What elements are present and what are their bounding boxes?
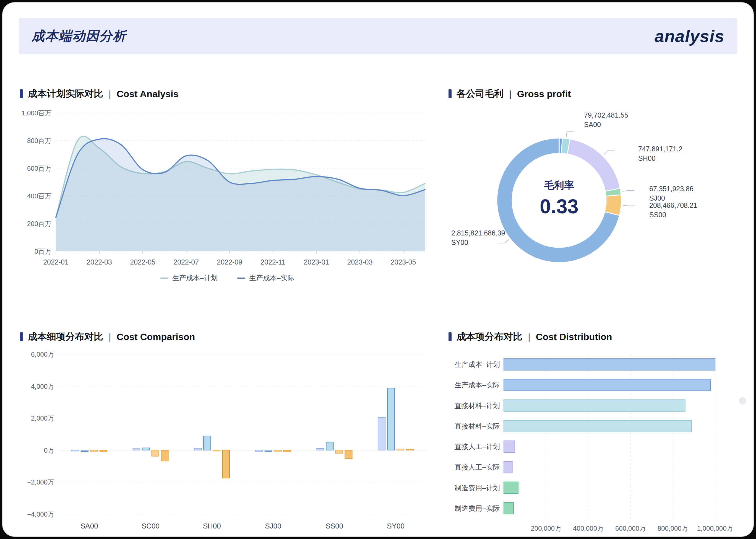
svg-text:2022-03: 2022-03 [87, 258, 112, 266]
svg-text:制造费用–计划: 制造费用–计划 [454, 484, 500, 492]
svg-text:1,000百万: 1,000百万 [22, 109, 51, 117]
panel-title-cost-analysis: 成本计划实际对比 | Cost Analysis [20, 87, 435, 100]
svg-text:生产成本–实际: 生产成本–实际 [454, 381, 500, 389]
svg-text:4,000万: 4,000万 [31, 383, 54, 390]
line-chart-area: 0百万200百万400百万600百万800百万1,000百万2022-01202… [20, 105, 435, 282]
svg-text:生产成本–计划: 生产成本–计划 [454, 360, 500, 368]
panel-title-cost-comparison: 成本细项分布对比 | Cost Comparison [20, 330, 435, 343]
donut-label-sj00: 67,351,923.86 SJ00 [649, 184, 694, 203]
grouped-bar-chart-area: −4,000万−2,000万0万2,000万4,000万6,000万SA00SC… [20, 348, 435, 536]
donut-center-title: 毛利率 [512, 179, 606, 192]
page-title: 成本端动因分析 [32, 28, 126, 45]
panel-title-en: Cost Comparison [117, 332, 195, 342]
panel-title-separator: | [109, 89, 111, 99]
svg-text:2022-07: 2022-07 [173, 258, 199, 266]
hbar-chart-area: 200,000万400,000万600,000万800,000万1,000,00… [448, 348, 736, 536]
line-chart-legend: 生产成本–计划 生产成本–实际 [20, 273, 435, 282]
panel-title-zh: 成本项分布对比 [456, 330, 522, 343]
donut-chart-area: 毛利率 0.33 79,702,481.55 SA00 747,891,171.… [448, 104, 736, 297]
svg-text:2022-09: 2022-09 [217, 258, 242, 266]
donut-label-sa00: 79,702,481.55 SA00 [584, 111, 628, 129]
panel-title-zh: 各公司毛利 [456, 87, 504, 100]
svg-text:SY00: SY00 [387, 522, 405, 530]
svg-text:800百万: 800百万 [27, 137, 51, 144]
svg-text:SA00: SA00 [81, 522, 98, 530]
svg-text:直接人工–实际: 直接人工–实际 [454, 463, 500, 471]
dashboard-card: 成本端动因分析 analysis 成本计划实际对比 | Cost Analysi… [2, 2, 754, 537]
dashboard-content: 成本计划实际对比 | Cost Analysis 0百万200百万400百万60… [3, 87, 753, 536]
panel-title-marker-icon [448, 89, 451, 98]
legend-item-actual[interactable]: 生产成本–实际 [237, 273, 295, 282]
brand-logo: analysis [654, 26, 724, 46]
panel-title-marker-icon [20, 332, 23, 341]
legend-item-plan[interactable]: 生产成本–计划 [160, 273, 218, 282]
svg-text:6,000万: 6,000万 [31, 350, 54, 358]
panel-cost-distribution: 成本项分布对比 | Cost Distribution 200,000万400,… [448, 330, 736, 536]
svg-text:2022-11: 2022-11 [260, 258, 285, 266]
svg-text:−2,000万: −2,000万 [27, 478, 54, 486]
legend-label-plan: 生产成本–计划 [172, 273, 218, 282]
svg-text:−4,000万: −4,000万 [27, 510, 54, 518]
cost-comparison-bar-svg: −4,000万−2,000万0万2,000万4,000万6,000万SA00SC… [20, 348, 435, 536]
donut-label-sy00: 2,815,821,686.39 SY00 [451, 229, 505, 247]
panel-title-separator: | [509, 89, 512, 99]
panel-title-marker-icon [20, 89, 23, 98]
donut-center-value: 0.33 [512, 195, 606, 218]
panel-title-cost-distribution: 成本项分布对比 | Cost Distribution [448, 330, 736, 343]
svg-text:600百万: 600百万 [27, 165, 51, 172]
donut-label-sh00: 747,891,171.2 SH00 [638, 144, 682, 163]
svg-text:0万: 0万 [44, 447, 54, 454]
svg-text:200,000万: 200,000万 [531, 525, 561, 532]
svg-text:200百万: 200百万 [27, 220, 51, 227]
panel-cost-comparison: 成本细项分布对比 | Cost Comparison −4,000万−2,000… [20, 330, 435, 536]
svg-text:600,000万: 600,000万 [615, 525, 646, 532]
svg-text:2,000万: 2,000万 [31, 415, 54, 422]
svg-text:制造费用–实际: 制造费用–实际 [454, 504, 500, 512]
svg-text:400百万: 400百万 [27, 192, 51, 200]
panel-title-marker-icon [448, 332, 451, 341]
panel-title-separator: | [109, 332, 111, 342]
svg-text:2022-05: 2022-05 [130, 258, 155, 266]
svg-text:2023-01: 2023-01 [304, 258, 329, 266]
svg-text:直接材料–实际: 直接材料–实际 [454, 422, 500, 430]
svg-text:SJ00: SJ00 [265, 522, 281, 530]
panel-title-separator: | [528, 332, 530, 342]
panel-title-zh: 成本细项分布对比 [28, 330, 103, 343]
svg-text:1,000,000万: 1,000,000万 [697, 525, 733, 532]
svg-text:SH00: SH00 [203, 522, 221, 530]
legend-dash-actual-icon [237, 277, 245, 279]
donut-label-ss00: 208,466,708.21 SS00 [649, 201, 697, 220]
cost-line-chart-svg: 0百万200百万400百万600百万800百万1,000百万2022-01202… [20, 105, 435, 271]
svg-text:SC00: SC00 [142, 522, 160, 530]
svg-text:400,000万: 400,000万 [573, 525, 604, 532]
panel-title-zh: 成本计划实际对比 [28, 87, 103, 100]
cost-distribution-bar-svg: 200,000万400,000万600,000万800,000万1,000,00… [448, 348, 736, 536]
svg-text:2022-01: 2022-01 [43, 258, 69, 266]
svg-text:2023-05: 2023-05 [391, 258, 416, 266]
legend-dash-plan-icon [160, 277, 169, 279]
svg-text:直接人工–计划: 直接人工–计划 [454, 443, 500, 450]
panel-title-en: Cost Analysis [117, 89, 178, 99]
scroll-indicator-dot [739, 397, 746, 405]
svg-text:0百万: 0百万 [34, 248, 51, 255]
donut-center-label: 毛利率 0.33 [512, 179, 606, 218]
panel-title-en: Cost Distribution [536, 332, 612, 342]
page-header: 成本端动因分析 analysis [19, 18, 737, 54]
panel-gross-profit: 各公司毛利 | Gross profit 毛利率 0.33 79,702,481… [448, 87, 736, 297]
svg-text:800,000万: 800,000万 [657, 525, 688, 532]
legend-label-actual: 生产成本–实际 [249, 273, 295, 282]
panel-title-en: Gross profit [517, 89, 571, 99]
panel-title-gross-profit: 各公司毛利 | Gross profit [448, 87, 736, 100]
panel-cost-analysis: 成本计划实际对比 | Cost Analysis 0百万200百万400百万60… [20, 87, 435, 282]
svg-text:SS00: SS00 [326, 522, 343, 530]
svg-text:2023-03: 2023-03 [347, 258, 373, 266]
svg-text:直接材料–计划: 直接材料–计划 [454, 402, 500, 410]
